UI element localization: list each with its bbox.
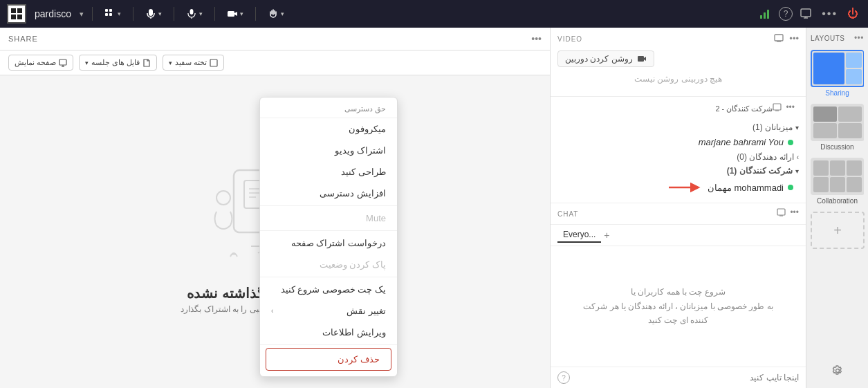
context-item-change-role[interactable]: تغییر نقش › [260,300,397,322]
guests-chevron-icon: ▾ [795,167,799,175]
svg-rect-6 [105,13,108,16]
participants-header: شرکت کنندگان - 2 ••• [557,102,799,115]
video-header: VIDEO ••• [557,33,799,45]
chat-tab-everyone[interactable]: Everyo... [557,228,601,243]
context-item-mute[interactable]: Mute [260,207,397,229]
video-screen-icon[interactable] [774,33,784,45]
hand-button[interactable]: ▾ [264,6,288,21]
svg-point-9 [190,9,193,15]
chat-more-icon[interactable]: ••• [790,207,799,220]
files-btn[interactable]: فایل های جلسه ▾ [79,55,157,71]
context-item-private-chat[interactable]: یک چت خصوصی شروع کنید [260,279,397,300]
layout-settings-icon[interactable] [829,362,847,382]
chat-add-tab-icon[interactable]: + [604,230,609,241]
whiteboard-btn[interactable]: تخته سفید ▾ [163,55,224,71]
top-navigation: pardisco ▾ ▾ ▾ ▾ ▾ ▾ [0,0,868,28]
collaboration-thumb [811,158,864,195]
chat-screen-icon[interactable] [777,207,786,220]
red-arrow-icon [669,181,703,194]
whiteboard-chevron-icon: ▾ [169,59,172,66]
guests-group-header[interactable]: ▾ شرکت کنندگان (1) [557,164,799,178]
apps-chevron: ▾ [118,10,121,17]
hand-chevron: ▾ [281,10,284,17]
guest-participant-row: mohammadi مهمان [557,178,799,197]
hosts-group-header[interactable]: ▾ میزبانان (1) [557,120,799,134]
more-icon[interactable]: ••• [819,5,840,23]
host-participant-row: marjane bahrami You [557,134,799,150]
video-icons: ••• [774,33,799,45]
chat-placeholder: شروع چت با همه کاربران یا به طور خصوصی ب… [583,285,773,327]
context-item-clear-status[interactable]: پاک کردن وضعیت [260,254,397,275]
layouts-title: LAYOUTS [811,35,844,42]
files-chevron-icon: ▾ [85,59,89,66]
presenters-group-header[interactable]: › ارائه دهندگان (0) [557,150,799,164]
share-panel: SHARE ••• صفحه نمایش فایل های جلسه ▾ تخت… [0,28,550,388]
layouts-more-icon[interactable]: ••• [854,33,864,43]
discussion-thumb [811,104,864,141]
participants-icons: ••• [773,102,795,115]
participants-screen-icon[interactable] [773,102,782,115]
discussion-label: Discussion [811,143,864,151]
context-divider-3 [260,277,397,277]
svg-rect-12 [760,15,762,19]
camera-button[interactable]: ▾ [223,6,247,21]
svg-rect-13 [764,12,766,19]
audio-button[interactable]: ▾ [142,6,165,21]
right-panel: VIDEO ••• روشن کردن دوربین هیچ دوربینی ر… [550,28,806,388]
context-item-mic[interactable]: میکروفون [260,118,397,140]
host-name: marjane bahrami You [699,137,784,147]
context-menu-header: حق دسترسی [260,100,397,118]
layout-item-discussion[interactable]: Discussion [811,104,864,151]
nav-divider-1 [92,7,93,21]
svg-rect-19 [59,59,66,65]
screen-share-btn[interactable]: صفحه نمایش [8,55,73,71]
chat-header: CHAT ••• [551,203,806,225]
camera-on-btn[interactable]: روشن کردن دوربین [557,50,654,67]
context-item-delete[interactable]: حذف کردن [266,348,391,371]
svg-rect-3 [17,15,22,19]
chat-input-area: ? [551,367,806,388]
sharing-thumb [811,50,864,87]
chat-input[interactable] [574,373,799,382]
mic-button[interactable]: ▾ [183,6,206,21]
svg-rect-14 [767,10,769,19]
video-title: VIDEO [557,35,774,43]
video-more-icon[interactable]: ••• [789,33,799,45]
video-section: VIDEO ••• روشن کردن دوربین هیچ دوربینی ر… [551,28,806,97]
context-item-access[interactable]: افزایش دسترسی [260,183,397,204]
app-chevron-icon[interactable]: ▾ [80,10,84,19]
help-icon[interactable]: ? [779,7,793,21]
change-role-arrow-icon: › [271,307,273,315]
context-divider-4 [260,344,397,345]
context-item-screenshare[interactable]: درخواست اشتراک صفحه [260,232,397,254]
context-item-edit-info[interactable]: ویرایش اطلاعات [260,322,397,343]
camera-chevron: ▾ [240,10,243,17]
add-layout-btn[interactable]: + [811,212,865,249]
participants-more-icon[interactable]: ••• [786,102,795,115]
layouts-panel: LAYOUTS ••• Sharing Discussion [806,28,868,388]
screen-share-label: صفحه نمایش [15,58,56,67]
svg-rect-0 [11,8,16,13]
nav-right-icons: ? ••• ⏻ [757,4,861,24]
svg-rect-4 [105,9,108,12]
add-layout-icon: + [833,223,842,239]
svg-rect-2 [11,15,16,19]
svg-rect-35 [775,35,783,41]
chat-title: CHAT [557,210,777,218]
svg-rect-22 [210,59,217,66]
layout-item-collaboration[interactable]: Collaboration [811,158,864,205]
context-item-video[interactable]: اشتراک ویدیو [260,140,397,161]
power-icon[interactable]: ⏻ [844,5,861,23]
audio-chevron: ▾ [158,10,162,17]
apps-grid-icon[interactable]: ▾ [101,6,124,21]
guests-label: شرکت کنندگان (1) [727,166,793,176]
svg-rect-5 [109,9,112,12]
layout-item-sharing[interactable]: Sharing [811,50,864,97]
participants-section: شرکت کنندگان - 2 ••• ▾ میزبانان (1) marj… [551,97,806,203]
chat-help-icon[interactable]: ? [557,371,570,384]
share-more-icon[interactable]: ••• [531,33,542,44]
sharing-label: Sharing [811,89,864,97]
presenters-label: ارائه دهندگان (0) [737,152,793,162]
context-item-design[interactable]: طراحی کنید [260,161,397,183]
fullscreen-icon[interactable] [797,4,815,24]
